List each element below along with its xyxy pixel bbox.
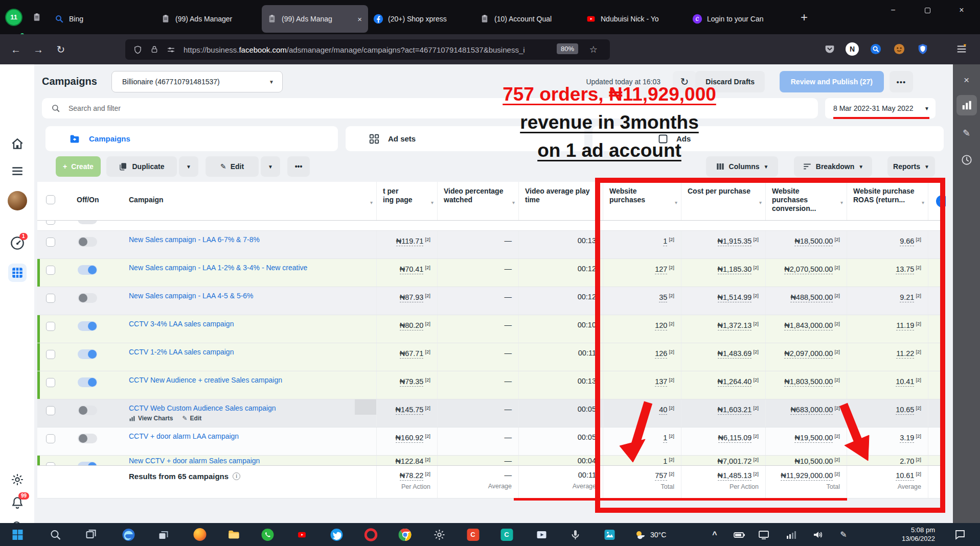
campaign-toggle[interactable] [78,265,97,275]
window-close-button[interactable]: × [950,0,973,20]
edit-link[interactable]: ✎Edit [182,415,201,422]
column-header-roas[interactable]: Website purchase ROAS (return...▾ [847,182,928,220]
chrome-taskbar-icon[interactable] [398,528,412,541]
add-column-button[interactable]: + [936,195,946,207]
taskbar-clock[interactable]: 5:08 pm13/06/2022 [902,526,935,543]
tab-ads[interactable]: Ads [592,126,944,151]
extension-shield-icon[interactable] [915,41,930,57]
duplicate-button[interactable]: Duplicate [106,156,177,177]
campaign-link[interactable]: CCTV New Audience + creative Sales campa… [129,376,370,384]
settings-gear-icon[interactable] [0,473,34,486]
campaign-toggle[interactable] [78,237,97,247]
column-header-off-on[interactable]: Off/On [69,182,122,220]
browser-tab[interactable]: (20+) Shop xpress [368,5,474,33]
window-maximize-button[interactable] [916,0,939,20]
row-checkbox[interactable] [46,266,55,275]
breakdown-button[interactable]: Breakdown▼ [794,156,872,177]
tray-chevron-icon[interactable]: ^ [712,523,717,546]
browser-tab[interactable]: (99) Ads Manag× [262,5,368,33]
volume-icon[interactable] [812,523,824,546]
zoom-level-badge[interactable]: 80% [557,43,578,54]
campaign-link[interactable]: New Sales campaign - LAA 6-7% & 7-8% [129,235,370,244]
row-checkbox[interactable] [46,322,55,331]
row-checkbox[interactable] [46,406,55,415]
discard-drafts-button[interactable]: Discard Drafts [695,71,765,92]
duplicate-caret-button[interactable]: ▼ [179,156,198,177]
campaign-toggle[interactable] [78,349,97,359]
row-checkbox[interactable] [46,462,55,465]
profile-avatar-button[interactable]: N [845,41,860,57]
column-header-campaign[interactable]: Campaign▾ [122,182,377,220]
row-checkbox[interactable] [46,350,55,359]
history-clock-icon[interactable] [953,154,980,165]
pen-icon[interactable]: ✎ [840,523,847,546]
network-icon[interactable] [785,523,797,546]
lock-icon[interactable] [150,45,158,54]
campaign-toggle[interactable] [78,321,97,331]
row-checkbox[interactable] [46,294,55,303]
window-minimize-button[interactable]: − [881,0,905,20]
whatsapp-taskbar-icon[interactable] [261,528,275,541]
home-icon[interactable] [0,137,34,151]
cell-hover-handle[interactable] [355,399,376,415]
column-header-video-pct[interactable]: Video percentage watched▾ [438,182,519,220]
campaign-toggle[interactable] [78,434,97,443]
column-header-video-avg[interactable]: Video average play time▾ [519,182,603,220]
movies-taskbar-icon[interactable] [535,528,549,541]
info-icon[interactable]: i [233,472,240,480]
browser-tab[interactable]: Ndubuisi Nick - Yo [581,5,687,33]
file-explorer-taskbar-icon[interactable] [226,528,240,541]
edit-caret-button[interactable]: ▼ [261,156,280,177]
tab-ad-sets[interactable]: Ad sets [346,126,584,151]
column-header-conversion-value[interactable]: Website purchases conversion...▾ [766,182,847,220]
reload-button[interactable]: ↻ [52,41,70,58]
campaign-toggle[interactable] [78,406,97,415]
edit-button[interactable]: ✎Edit [206,156,259,177]
review-publish-button[interactable]: Review and Publish (27) [780,71,884,92]
ads-reporting-icon[interactable] [0,236,34,250]
youtube-taskbar-icon[interactable] [295,528,309,541]
action-center-icon[interactable] [954,523,966,546]
permissions-icon[interactable] [167,45,175,54]
twitter-taskbar-icon[interactable] [330,528,344,541]
browser-tab[interactable]: Bing [49,5,155,33]
search-input[interactable]: Search and filter [42,98,818,118]
app-red-taskbar-icon[interactable]: C [466,528,480,541]
campaign-link[interactable]: New Sales campaign - LAA 1-2% & 3-4% - N… [129,264,370,272]
task-view-taskbar-icon[interactable] [84,528,98,541]
extension-monkey-icon[interactable] [892,41,907,57]
row-checkbox[interactable] [46,238,55,247]
browser-tab[interactable]: (99) Ads Manager [155,5,262,33]
toolbar-more-button[interactable]: ••• [287,156,310,177]
campaign-link[interactable]: CCTV + door alarm LAA campaign [129,432,370,440]
pinned-page-icon[interactable] [32,12,42,22]
browser-menu-icon[interactable] [954,41,969,57]
settings-taskbar-icon[interactable] [432,528,446,541]
back-button[interactable]: ← [7,41,25,58]
start-taskbar-icon[interactable] [11,528,25,541]
menu-icon[interactable] [0,164,34,178]
column-header-cost-per-landing[interactable]: t pering page▾ [377,182,438,220]
app-teal-taskbar-icon[interactable]: C [500,528,514,541]
ad-account-selector[interactable]: Billionaire (467710791481537) ▼ [111,71,283,92]
campaign-link[interactable]: CCTV 1-2% LAA sales campaign [129,348,370,356]
pocket-icon[interactable] [822,41,837,57]
voice-taskbar-icon[interactable] [568,528,582,541]
campaign-link[interactable]: New CCTV + door alarm Sales campaign [129,457,370,465]
tracking-shield-icon[interactable] [133,45,142,54]
tab-close-icon[interactable]: × [356,15,363,23]
monitor-icon[interactable] [758,523,770,546]
reports-button[interactable]: Reports▼ [887,156,935,177]
new-tab-button[interactable]: + [801,10,808,25]
close-icon[interactable]: × [953,75,980,86]
campaign-toggle[interactable] [78,377,97,387]
extension-search-icon[interactable] [868,41,883,57]
select-all-checkbox[interactable] [46,195,55,204]
campaigns-table-icon[interactable] [0,264,34,282]
avatar[interactable] [0,191,34,210]
refresh-button[interactable]: ↻ [673,71,696,92]
campaign-link[interactable]: CCTV Web Custom Audience Sales campaign [129,404,370,412]
browser-tab[interactable]: Login to your Can [687,5,793,33]
date-range-selector[interactable]: 8 Mar 2022-31 May 2022 ▼ [825,98,936,118]
browser-tab[interactable]: (10) Account Qual [474,5,581,33]
